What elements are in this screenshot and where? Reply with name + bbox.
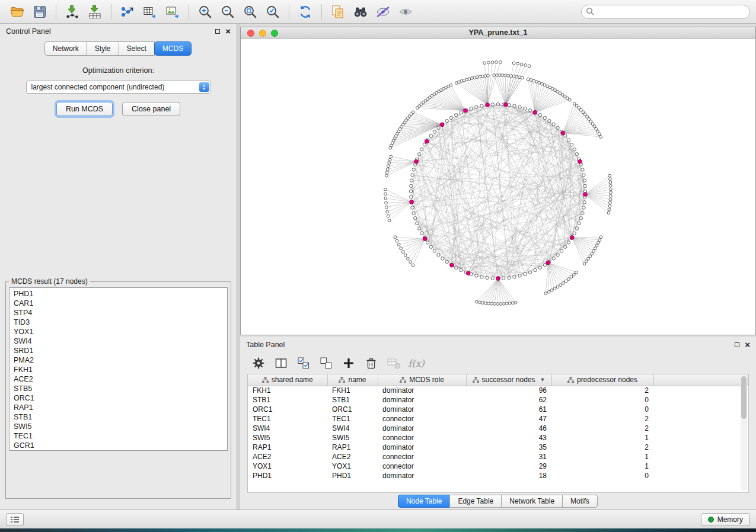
result-node[interactable]: TID3 [9, 318, 227, 327]
result-node[interactable]: YOX1 [9, 327, 227, 336]
tab-motifs[interactable]: Motifs [562, 495, 598, 508]
cell-successor-nodes: 43 [466, 433, 551, 443]
memory-status-icon [708, 517, 714, 523]
table-row[interactable]: ORC1ORC1dominator610 [248, 405, 748, 414]
zoom-selected-icon[interactable] [261, 2, 284, 21]
result-node[interactable]: ACE2 [9, 374, 227, 384]
table-scrollbar[interactable] [741, 376, 747, 491]
network-canvas[interactable] [241, 39, 755, 335]
result-node[interactable]: ORC1 [9, 393, 227, 403]
minimize-window-icon[interactable] [259, 30, 266, 37]
memory-button[interactable]: Memory [701, 513, 750, 526]
preview-eye-icon[interactable] [394, 2, 417, 21]
table-row[interactable]: STB1STB1dominator620 [248, 395, 748, 405]
cell-predecessor-nodes: 0 [551, 395, 653, 405]
tab-style[interactable]: Style [87, 41, 119, 56]
column-header-successor-nodes[interactable]: successor nodes▼ [466, 374, 551, 386]
panel-menu-button[interactable] [6, 513, 24, 526]
deselect-all-icon[interactable] [317, 355, 335, 371]
result-node[interactable]: SWI4 [9, 336, 227, 346]
table-row[interactable]: RAP1RAP1dominator352 [248, 443, 748, 452]
optimization-dropdown[interactable]: largest connected component (undirected)… [26, 81, 211, 94]
panel-spacer [0, 116, 237, 277]
settings-gear-icon[interactable] [250, 355, 267, 371]
cell-name: ORC1 [327, 405, 378, 414]
add-row-icon[interactable] [340, 355, 358, 371]
result-node[interactable]: STB1 [9, 412, 227, 422]
result-node[interactable]: CAR1 [9, 299, 227, 308]
search-input[interactable] [581, 5, 750, 19]
tab-edge-table[interactable]: Edge Table [449, 495, 502, 508]
open-file-icon[interactable] [6, 2, 28, 21]
zoom-out-icon[interactable] [216, 2, 239, 21]
import-table-icon[interactable] [84, 2, 106, 21]
save-session-icon[interactable] [28, 2, 51, 21]
zoom-fit-icon[interactable] [239, 2, 261, 21]
cell-filler [653, 443, 748, 452]
run-mcds-button[interactable]: Run MCDS [56, 102, 113, 116]
import-table-disabled-icon [385, 355, 403, 371]
cell-name: TEC1 [327, 414, 378, 424]
cell-name: STB1 [327, 395, 378, 405]
column-header-predecessor-nodes[interactable]: predecessor nodes [551, 374, 653, 386]
analyzer-icon[interactable] [372, 2, 394, 21]
delete-row-icon[interactable] [362, 355, 380, 371]
close-window-icon[interactable] [247, 30, 254, 37]
cell-MCDS-role: dominator [378, 395, 466, 405]
float-panel-icon[interactable] [215, 29, 220, 34]
import-network-icon[interactable] [61, 2, 84, 21]
float-table-panel-icon[interactable] [735, 342, 739, 347]
desktop-background [0, 528, 756, 532]
column-header-name[interactable]: name [327, 374, 378, 386]
toolbar-icons [6, 2, 417, 21]
tab-mcds[interactable]: MCDS [154, 41, 192, 56]
column-header-MCDS-role[interactable]: MCDS role [378, 374, 466, 386]
cell-shared-name: SWI4 [248, 424, 327, 433]
export-table-icon[interactable] [139, 2, 161, 21]
select-all-icon[interactable] [295, 355, 312, 371]
refresh-network-icon[interactable] [294, 2, 317, 21]
toolbar-separator [321, 4, 322, 20]
export-network-icon[interactable] [116, 2, 139, 21]
table-row[interactable]: SWI4SWI4dominator462 [248, 424, 748, 433]
table-panel-title: Table Panel [246, 341, 285, 349]
result-node[interactable]: RAP1 [9, 403, 227, 412]
tab-network-table[interactable]: Network Table [501, 495, 563, 508]
table-row[interactable]: ACE2ACE2connector311 [248, 452, 748, 462]
scrollbar-thumb[interactable] [741, 376, 747, 419]
result-node[interactable]: PMA2 [9, 355, 227, 365]
tab-node-table[interactable]: Node Table [398, 495, 451, 508]
table-row[interactable]: TEC1TEC1connector472 [248, 414, 748, 424]
tab-network[interactable]: Network [44, 41, 87, 56]
result-node[interactable]: GCR1 [9, 441, 227, 450]
table-row[interactable]: PHD1PHD1dominator180 [248, 471, 748, 480]
table-row[interactable]: FKH1FKH1dominator962 [248, 386, 748, 395]
export-image-icon[interactable] [161, 2, 184, 21]
close-table-panel-icon[interactable]: × [745, 342, 750, 348]
result-node[interactable]: TEC1 [9, 431, 227, 441]
cell-predecessor-nodes: 0 [551, 471, 653, 480]
share-document-icon[interactable] [327, 2, 349, 21]
close-panel-button[interactable]: Close panel [122, 102, 180, 116]
close-panel-icon[interactable]: × [225, 28, 231, 34]
search-binoculars-icon[interactable] [349, 2, 372, 21]
table-row[interactable]: SWI5SWI5connector431 [248, 433, 748, 443]
cell-filler [653, 424, 748, 433]
result-node[interactable]: SWI5 [9, 422, 227, 431]
result-node[interactable]: PHD1 [9, 289, 227, 299]
control-panel-tabs: NetworkStyleSelectMCDS [0, 39, 237, 58]
zoom-in-icon[interactable] [194, 2, 216, 21]
cell-filler [653, 395, 748, 405]
result-node[interactable]: STP4 [9, 308, 227, 318]
control-panel-title: Control Panel [6, 27, 51, 36]
table-row[interactable]: YOX1YOX1connector291 [248, 462, 748, 471]
column-chooser-icon[interactable] [272, 355, 290, 371]
tab-select[interactable]: Select [119, 41, 155, 56]
column-header-shared-name[interactable]: shared name [248, 374, 327, 386]
result-node[interactable]: SRD1 [9, 346, 227, 355]
maximize-window-icon[interactable] [271, 30, 278, 37]
cell-shared-name: PHD1 [248, 471, 327, 480]
cell-filler [653, 462, 748, 471]
result-node[interactable]: STB5 [9, 384, 227, 393]
result-node[interactable]: FKH1 [9, 365, 227, 374]
